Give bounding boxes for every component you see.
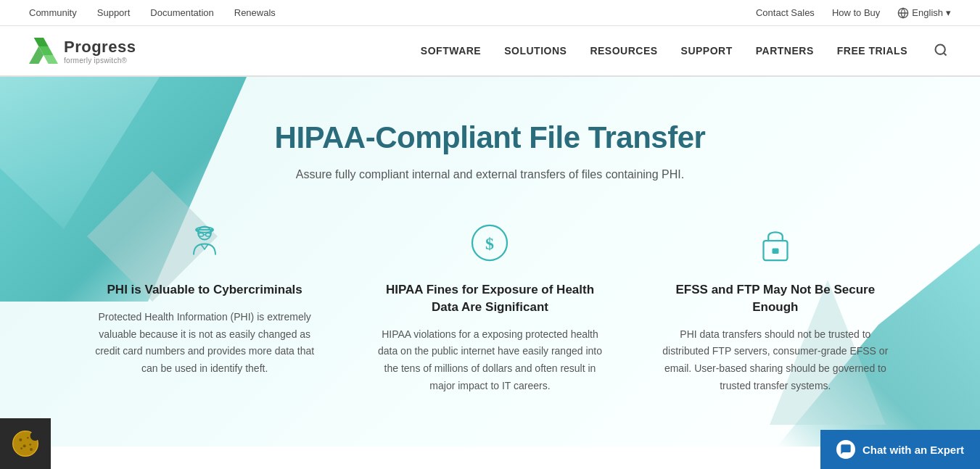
svg-marker-3 — [44, 55, 58, 64]
hero-section: HIPAA-Compliant File Transfer Assure ful… — [0, 77, 980, 447]
free-trials-nav[interactable]: FREE TRIALS — [837, 45, 907, 57]
svg-point-18 — [19, 439, 22, 441]
svg-point-21 — [29, 444, 31, 446]
chat-bubble-icon — [836, 440, 855, 447]
efss-card-text: PHI data transfers should not be trusted… — [662, 326, 889, 395]
hipaa-card: $ HIPAA Fines for Exposure of Health Dat… — [369, 217, 611, 395]
chat-widget[interactable]: Chat with an Expert — [820, 430, 980, 447]
language-selector[interactable]: English ▾ — [897, 7, 951, 19]
phi-card-title: PHI is Valuable to Cybercriminals — [91, 281, 318, 299]
cards-row: PHI is Valuable to Cybercriminals Protec… — [55, 217, 926, 395]
svg-line-6 — [944, 52, 947, 55]
support-nav[interactable]: SUPPORT — [681, 45, 733, 57]
hipaa-card-title: HIPAA Fines for Exposure of Health Data … — [376, 281, 604, 316]
hero-title: HIPAA-Compliant File Transfer — [275, 120, 706, 155]
top-bar-right: Contact Sales How to Buy English ▾ — [756, 7, 951, 19]
chat-icon — [840, 444, 852, 447]
spy-icon — [91, 217, 318, 268]
chat-label: Chat with an Expert — [862, 444, 964, 447]
svg-marker-2 — [34, 38, 49, 46]
logo-brand: Progress — [64, 38, 136, 57]
support-link[interactable]: Support — [97, 7, 131, 18]
dollar-icon: $ — [376, 217, 604, 268]
software-nav[interactable]: SOFTWARE — [421, 45, 481, 57]
community-link[interactable]: Community — [29, 7, 77, 18]
partners-nav[interactable]: PARTNERS — [756, 45, 814, 57]
svg-text:$: $ — [485, 234, 494, 253]
svg-rect-11 — [206, 233, 211, 237]
top-bar-left: Community Support Documentation Renewals — [29, 7, 276, 18]
phi-card: PHI is Valuable to Cybercriminals Protec… — [84, 217, 326, 395]
documentation-link[interactable]: Documentation — [150, 7, 213, 18]
logo[interactable]: Progress formerly ipswitch® — [29, 38, 136, 65]
svg-point-5 — [936, 44, 945, 54]
how-to-buy-link[interactable]: How to Buy — [832, 7, 880, 18]
solutions-nav[interactable]: SOLUTIONS — [504, 45, 567, 57]
nav-items: SOFTWARE SOLUTIONS RESOURCES SUPPORT PAR… — [421, 40, 951, 62]
logo-text: Progress formerly ipswitch® — [64, 38, 136, 65]
progress-logo-icon — [29, 38, 58, 64]
chevron-down-icon: ▾ — [946, 7, 951, 18]
contact-sales-link[interactable]: Contact Sales — [756, 7, 815, 18]
renewals-link[interactable]: Renewals — [234, 7, 276, 18]
language-label: English — [912, 7, 943, 18]
hero-subtitle: Assure fully compliant internal and exte… — [275, 168, 706, 181]
svg-point-24 — [30, 431, 40, 441]
efss-card-title: EFSS and FTP May Not Be Secure Enough — [662, 281, 889, 316]
logo-formerly: formerly ipswitch® — [64, 57, 136, 65]
cookie-widget[interactable] — [0, 418, 51, 447]
cookie-icon — [11, 429, 40, 447]
main-nav: Progress formerly ipswitch® SOFTWARE SOL… — [0, 26, 980, 77]
svg-rect-16 — [772, 249, 778, 254]
lock-icon — [662, 217, 889, 268]
resources-nav[interactable]: RESOURCES — [590, 45, 657, 57]
phi-card-text: Protected Health Information (PHI) is ex… — [91, 309, 318, 378]
top-bar: Community Support Documentation Renewals… — [0, 0, 980, 26]
hipaa-card-text: HIPAA violations for a exposing protecte… — [376, 326, 604, 395]
svg-rect-10 — [199, 233, 204, 237]
search-icon — [934, 43, 948, 57]
search-button[interactable] — [931, 40, 951, 62]
svg-point-19 — [27, 437, 29, 439]
geo-shape-2 — [0, 77, 160, 229]
hero-content: HIPAA-Compliant File Transfer Assure ful… — [275, 120, 706, 217]
efss-card: EFSS and FTP May Not Be Secure Enough PH… — [654, 217, 896, 395]
